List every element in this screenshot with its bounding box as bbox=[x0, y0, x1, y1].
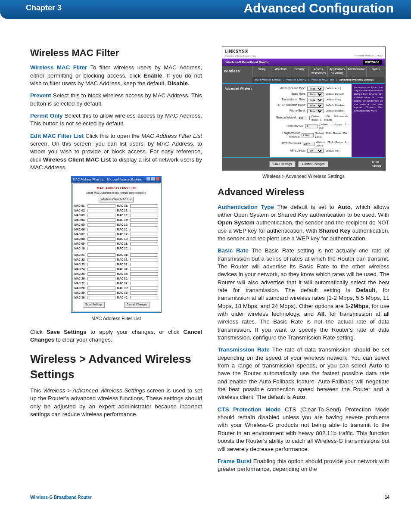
mac-input[interactable] bbox=[130, 291, 158, 295]
mac-label: MAC 32: bbox=[117, 258, 128, 262]
para-edit-mac-list: Edit MAC Filter List Click this to open … bbox=[30, 132, 202, 172]
mac-input[interactable] bbox=[87, 296, 115, 299]
mac-input[interactable] bbox=[130, 209, 158, 212]
mac-input[interactable] bbox=[130, 286, 158, 290]
tab-wireless[interactable]: Wireless bbox=[271, 66, 290, 77]
aw-save-button[interactable]: Save Settings bbox=[269, 161, 296, 167]
tab-status[interactable]: Status bbox=[366, 66, 385, 77]
form-row: Transmission Rate:Auto(Default: Auto) bbox=[272, 98, 349, 102]
maximize-icon[interactable] bbox=[151, 177, 155, 180]
mac-input[interactable] bbox=[87, 258, 115, 261]
mac-label: MAC 02: bbox=[75, 209, 86, 213]
wireless-client-mac-list-button[interactable]: Wireless Client MAC List bbox=[99, 197, 134, 202]
right-column: LINKSYS® A Division of Cisco Systems, In… bbox=[218, 47, 389, 478]
subtab-wireless-security[interactable]: Wireless Security bbox=[284, 77, 308, 82]
form-hint: (Default: 2346, Range: 256 - 2346) bbox=[315, 131, 349, 139]
page-header: Chapter 3 Advanced Configuration bbox=[0, 0, 411, 19]
mac-label: MAC 26: bbox=[75, 277, 86, 281]
close-icon[interactable] bbox=[156, 177, 159, 180]
tab-administration[interactable]: Administration bbox=[346, 66, 366, 77]
mac-input[interactable] bbox=[87, 277, 115, 280]
tab-security[interactable]: Security bbox=[290, 66, 309, 77]
mac-label: MAC 29: bbox=[75, 291, 86, 295]
mac-save-button[interactable]: Save Settings bbox=[83, 302, 104, 308]
aw-cancel-button[interactable]: Cancel Changes bbox=[298, 161, 328, 167]
mac-input[interactable] bbox=[87, 272, 115, 276]
form-input[interactable] bbox=[302, 133, 314, 137]
form-select[interactable]: Disable bbox=[307, 109, 324, 113]
mac-input[interactable] bbox=[130, 247, 158, 250]
term-authentication-type: Authentication Type bbox=[218, 204, 274, 210]
mac-input[interactable] bbox=[87, 247, 115, 250]
mac-input[interactable] bbox=[130, 237, 158, 241]
form-input[interactable] bbox=[298, 116, 310, 120]
mac-label: MAC 31: bbox=[117, 253, 128, 257]
mac-input[interactable] bbox=[130, 296, 158, 299]
form-input[interactable] bbox=[303, 142, 315, 146]
form-hint: (Default: Auto) bbox=[325, 87, 341, 90]
mac-input[interactable] bbox=[130, 258, 158, 261]
mac-input[interactable] bbox=[87, 223, 115, 227]
para-prevent: Prevent Select this to block wireless ac… bbox=[30, 92, 202, 108]
mac-input[interactable] bbox=[130, 223, 158, 227]
mac-input[interactable] bbox=[87, 218, 115, 222]
mac-input[interactable] bbox=[130, 214, 158, 217]
form-label: DTIM Interval: bbox=[272, 124, 305, 128]
tab-access-restrictions[interactable]: Access Restrictions bbox=[308, 66, 327, 77]
form-input[interactable] bbox=[305, 124, 318, 128]
advanced-wireless-form: Authentication Type:Auto(Default: Auto)B… bbox=[270, 84, 352, 157]
page-number: 14 bbox=[385, 495, 389, 500]
mac-input[interactable] bbox=[130, 242, 158, 246]
page-footer: Wireless-G Broadband Router 14 bbox=[0, 495, 411, 500]
mac-label: MAC 01: bbox=[75, 204, 86, 208]
mac-input[interactable] bbox=[87, 233, 115, 236]
heading-advanced-wireless-settings: Wireless > Advanced Wireless Settings bbox=[30, 352, 202, 383]
mac-input[interactable] bbox=[130, 204, 158, 208]
term-edit-mac-filter-list: Edit MAC Filter List bbox=[30, 133, 84, 139]
mac-input[interactable] bbox=[130, 228, 158, 231]
mac-input[interactable] bbox=[130, 253, 158, 257]
mac-input[interactable] bbox=[87, 263, 115, 266]
form-select[interactable]: Disable bbox=[307, 103, 324, 108]
form-row: AP Isolation:Off(Default: Off) bbox=[272, 149, 349, 153]
mac-cancel-button[interactable]: Cancel Changes bbox=[124, 302, 149, 308]
product-title: Wireless-G Broadband Router bbox=[226, 60, 269, 65]
form-label: Transmission Rate: bbox=[272, 98, 306, 102]
mac-input[interactable] bbox=[87, 209, 115, 212]
mac-input[interactable] bbox=[87, 268, 115, 271]
mac-label: MAC 03: bbox=[75, 214, 86, 218]
para-basic-rate: Basic Rate The Basic Rate setting is not… bbox=[218, 247, 389, 342]
mac-input[interactable] bbox=[87, 253, 115, 257]
subtab-basic-wireless-settings[interactable]: Basic Wireless Settings bbox=[252, 77, 284, 82]
mac-input[interactable] bbox=[87, 282, 115, 285]
tab-setup[interactable]: Setup bbox=[252, 66, 271, 77]
mac-input[interactable] bbox=[130, 272, 158, 276]
mac-dialog-subheading: Enter MAC Address in this format: xxxxxx… bbox=[75, 191, 158, 195]
minimize-icon[interactable] bbox=[146, 177, 150, 180]
subtab-advanced-wireless-settings[interactable]: Advanced Wireless Settings bbox=[337, 77, 376, 82]
mac-input[interactable] bbox=[87, 286, 115, 290]
form-hint: (Default: 100 Milliseconds, Range: 1 - 6… bbox=[311, 115, 349, 122]
mac-input[interactable] bbox=[87, 204, 115, 208]
mac-input[interactable] bbox=[87, 291, 115, 295]
mac-input[interactable] bbox=[130, 282, 158, 285]
mac-input[interactable] bbox=[87, 237, 115, 241]
form-row: RTS Threshold:(Default: 2347, Range: 0 -… bbox=[272, 140, 349, 148]
mac-input[interactable] bbox=[130, 277, 158, 280]
mac-input[interactable] bbox=[130, 263, 158, 266]
mac-input[interactable] bbox=[87, 242, 115, 246]
mac-input[interactable] bbox=[130, 233, 158, 236]
form-select[interactable]: Off bbox=[307, 149, 324, 153]
form-select[interactable]: Auto bbox=[307, 98, 324, 102]
form-select[interactable]: Auto bbox=[307, 87, 324, 91]
mac-input[interactable] bbox=[87, 214, 115, 217]
mac-input[interactable] bbox=[130, 268, 158, 271]
form-select[interactable]: Default bbox=[307, 92, 324, 96]
mac-input[interactable] bbox=[87, 228, 115, 231]
mac-label: MAC 40: bbox=[117, 296, 128, 300]
mac-label: MAC 22: bbox=[75, 258, 86, 262]
mac-input[interactable] bbox=[130, 218, 158, 222]
mac-label: MAC 08: bbox=[75, 237, 86, 241]
tab-applications-gaming[interactable]: Applications & Gaming bbox=[327, 66, 346, 77]
subtab-wireless-mac-filter[interactable]: Wireless MAC Filter bbox=[309, 77, 336, 82]
